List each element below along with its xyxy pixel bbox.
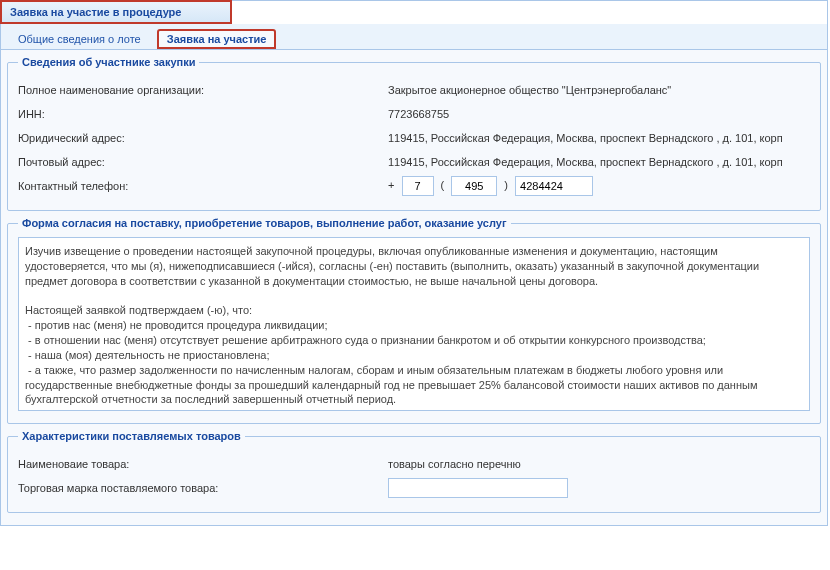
- goods-brand-input[interactable]: [388, 478, 568, 498]
- phone-paren-close: ): [504, 179, 508, 191]
- tabs-row: Общие сведения о лоте Заявка на участие: [1, 24, 827, 50]
- participant-inn-value: 7723668755: [388, 108, 810, 120]
- participant-legend: Сведения об участнике закупки: [18, 56, 199, 68]
- phone-area-input[interactable]: [451, 176, 497, 196]
- goods-brand-value: [388, 478, 810, 498]
- tab-general-info[interactable]: Общие сведения о лоте: [7, 28, 152, 49]
- consent-legend: Форма согласия на поставку, приобретение…: [18, 217, 511, 229]
- goods-name-label: Наименоваие товара:: [18, 458, 388, 470]
- goods-name-value: товары согласно перечню: [388, 458, 810, 470]
- goods-legend: Характеристики поставляемых товаров: [18, 430, 245, 442]
- goods-fieldset: Характеристики поставляемых товаров Наим…: [7, 430, 821, 513]
- consent-fieldset: Форма согласия на поставку, приобретение…: [7, 217, 821, 424]
- goods-brand-label: Торговая марка поставляемого товара:: [18, 482, 388, 494]
- participant-phone-group: + ( ): [388, 176, 810, 196]
- panel-title: Заявка на участие в процедуре: [0, 0, 232, 24]
- participant-fullname-value: Закрытое акционерное общество "Центрэнер…: [388, 84, 810, 96]
- panel-body: Сведения об участнике закупки Полное наи…: [1, 50, 827, 525]
- participant-legal-addr-label: Юридический адрес:: [18, 132, 388, 144]
- participant-legal-addr-value: 119415, Российская Федерация, Москва, пр…: [388, 132, 810, 144]
- participant-postal-addr-label: Почтовый адрес:: [18, 156, 388, 168]
- phone-number-input[interactable]: [515, 176, 593, 196]
- participant-inn-label: ИНН:: [18, 108, 388, 120]
- tab-application[interactable]: Заявка на участие: [157, 29, 277, 49]
- participant-fullname-label: Полное наименование организации:: [18, 84, 388, 96]
- phone-country-input[interactable]: [402, 176, 434, 196]
- participant-fieldset: Сведения об участнике закупки Полное наи…: [7, 56, 821, 211]
- participant-postal-addr-value: 119415, Российская Федерация, Москва, пр…: [388, 156, 810, 168]
- phone-plus-symbol: +: [388, 179, 394, 191]
- participant-phone-label: Контактный телефон:: [18, 180, 388, 192]
- main-panel: Заявка на участие в процедуре Общие свед…: [0, 0, 828, 526]
- phone-paren-open: (: [441, 179, 445, 191]
- consent-textarea[interactable]: [18, 237, 810, 411]
